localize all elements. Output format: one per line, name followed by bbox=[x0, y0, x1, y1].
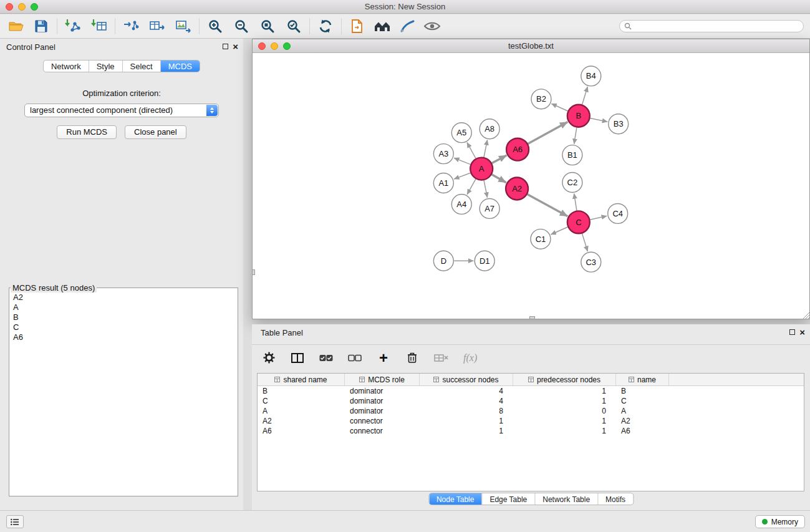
delete-column-button[interactable] bbox=[405, 351, 419, 365]
open-session-button[interactable] bbox=[6, 16, 26, 36]
node-A6[interactable]: A6 bbox=[506, 138, 529, 161]
column-header-shared-name[interactable]: shared name bbox=[258, 374, 345, 385]
node-D[interactable]: D bbox=[433, 251, 453, 271]
table-cell[interactable]: C bbox=[616, 396, 669, 406]
column-header-successor-nodes[interactable]: successor nodes bbox=[420, 374, 513, 385]
table-cell[interactable]: A6 bbox=[616, 426, 669, 436]
edge-B-B3[interactable] bbox=[590, 118, 607, 122]
network-close-button[interactable] bbox=[258, 42, 266, 50]
table-cell[interactable]: dominator bbox=[345, 386, 420, 396]
table-row[interactable]: A2connector11A2 bbox=[258, 416, 804, 426]
home-button[interactable] bbox=[372, 16, 392, 36]
search-input[interactable] bbox=[632, 22, 803, 31]
edge-C-C2[interactable] bbox=[574, 193, 577, 210]
close-panel-icon[interactable]: × bbox=[233, 42, 238, 51]
table-tab-node-table[interactable]: Node Table bbox=[429, 493, 482, 505]
table-cell[interactable]: 8 bbox=[420, 406, 513, 416]
node-A8[interactable]: A8 bbox=[480, 119, 499, 139]
table-tab-edge-table[interactable]: Edge Table bbox=[481, 493, 534, 505]
edge-C-C1[interactable] bbox=[551, 227, 567, 235]
close-table-panel-icon[interactable]: × bbox=[799, 327, 805, 337]
table-row[interactable]: Cdominator41C bbox=[258, 396, 804, 406]
select-all-button[interactable] bbox=[319, 351, 333, 365]
node-A4[interactable]: A4 bbox=[451, 194, 471, 214]
table-cell[interactable]: A bbox=[258, 406, 345, 416]
table-cell[interactable]: dominator bbox=[345, 396, 420, 406]
table-cell[interactable]: 1 bbox=[420, 416, 513, 426]
table-options-button[interactable] bbox=[262, 351, 276, 365]
window-close-button[interactable] bbox=[6, 3, 13, 11]
edge-B-B1[interactable] bbox=[574, 128, 577, 144]
network-minimize-button[interactable] bbox=[271, 42, 278, 50]
table-cell[interactable]: dominator bbox=[345, 406, 420, 416]
float-table-panel-icon[interactable] bbox=[789, 329, 795, 335]
column-header-MCDS-role[interactable]: MCDS role bbox=[345, 374, 420, 385]
splitter-handle[interactable] bbox=[529, 316, 535, 319]
edge-A-A1[interactable] bbox=[454, 173, 470, 179]
node-A7[interactable]: A7 bbox=[480, 198, 499, 218]
node-C1[interactable]: C1 bbox=[531, 229, 551, 249]
zoom-fit-button[interactable] bbox=[258, 16, 277, 36]
edge-A-A4[interactable] bbox=[467, 179, 476, 195]
table-cell[interactable]: B bbox=[258, 386, 345, 396]
node-D1[interactable]: D1 bbox=[475, 251, 494, 271]
table-tab-motifs[interactable]: Motifs bbox=[597, 493, 633, 505]
node-A1[interactable]: A1 bbox=[433, 173, 453, 193]
table-cell[interactable]: C bbox=[258, 396, 345, 406]
save-session-button[interactable] bbox=[31, 16, 51, 36]
close-panel-button[interactable]: Close panel bbox=[125, 125, 186, 139]
node-A5[interactable]: A5 bbox=[451, 123, 471, 143]
network-graph[interactable]: B4B2BB3A5A8A6B1A3AC2A1A2A4A7C4CC1C3DD1 bbox=[253, 54, 809, 319]
node-A3[interactable]: A3 bbox=[433, 144, 453, 164]
edge-A-A7[interactable] bbox=[484, 180, 488, 198]
style-brush-button[interactable] bbox=[397, 16, 417, 36]
node-B3[interactable]: B3 bbox=[609, 114, 629, 134]
mcds-result-item[interactable]: C bbox=[9, 322, 238, 332]
node-A[interactable]: A bbox=[470, 158, 493, 180]
document-button[interactable] bbox=[347, 16, 367, 36]
table-cell[interactable]: A6 bbox=[258, 426, 345, 436]
zoom-selected-button[interactable] bbox=[284, 16, 304, 36]
run-mcds-button[interactable]: Run MCDS bbox=[57, 125, 117, 139]
node-C[interactable]: C bbox=[567, 211, 590, 233]
deselect-all-button[interactable] bbox=[348, 351, 362, 365]
table-cell[interactable]: 1 bbox=[513, 416, 616, 426]
node-C3[interactable]: C3 bbox=[581, 252, 601, 272]
table-cell[interactable]: connector bbox=[345, 416, 420, 426]
tab-style[interactable]: Style bbox=[89, 60, 122, 72]
table-row[interactable]: Bdominator41B bbox=[258, 386, 804, 396]
delete-table-button[interactable] bbox=[434, 351, 448, 365]
edge-A2-C[interactable] bbox=[528, 195, 568, 216]
refresh-button[interactable] bbox=[316, 16, 335, 36]
node-B1[interactable]: B1 bbox=[562, 145, 582, 165]
node-A2[interactable]: A2 bbox=[506, 178, 528, 200]
window-zoom-button[interactable] bbox=[31, 3, 38, 11]
panel-list-button[interactable] bbox=[6, 515, 24, 528]
tab-mcds[interactable]: MCDS bbox=[160, 60, 200, 72]
table-cell[interactable]: A2 bbox=[258, 416, 345, 426]
edge-A6-B[interactable] bbox=[528, 122, 568, 143]
edge-A-A5[interactable] bbox=[467, 142, 476, 158]
table-cell[interactable]: 4 bbox=[420, 396, 513, 406]
column-header-name[interactable]: name bbox=[616, 374, 669, 385]
node-B[interactable]: B bbox=[567, 105, 590, 127]
edge-A-A8[interactable] bbox=[484, 140, 488, 157]
import-network-button[interactable] bbox=[63, 16, 83, 36]
table-row[interactable]: A6connector11A6 bbox=[258, 426, 804, 436]
node-B2[interactable]: B2 bbox=[531, 89, 551, 109]
zoom-in-button[interactable] bbox=[205, 16, 225, 36]
tab-select[interactable]: Select bbox=[122, 60, 160, 72]
table-row[interactable]: Adominator80A bbox=[258, 406, 804, 416]
mcds-result-item[interactable]: A6 bbox=[9, 332, 238, 342]
edge-A-A3[interactable] bbox=[454, 158, 470, 164]
edge-C-C4[interactable] bbox=[590, 216, 607, 220]
table-cell[interactable]: B bbox=[616, 386, 669, 396]
resize-grip-icon[interactable] bbox=[801, 311, 809, 319]
edge-C-C3[interactable] bbox=[582, 233, 588, 251]
eye-button[interactable] bbox=[422, 16, 442, 36]
show-columns-button[interactable] bbox=[291, 351, 304, 365]
table-cell[interactable]: A2 bbox=[616, 416, 669, 426]
optimization-criterion-dropdown[interactable]: largest connected component (directed) bbox=[24, 104, 219, 117]
table-cell[interactable]: 0 bbox=[513, 406, 616, 416]
table-cell[interactable]: 1 bbox=[420, 426, 513, 436]
